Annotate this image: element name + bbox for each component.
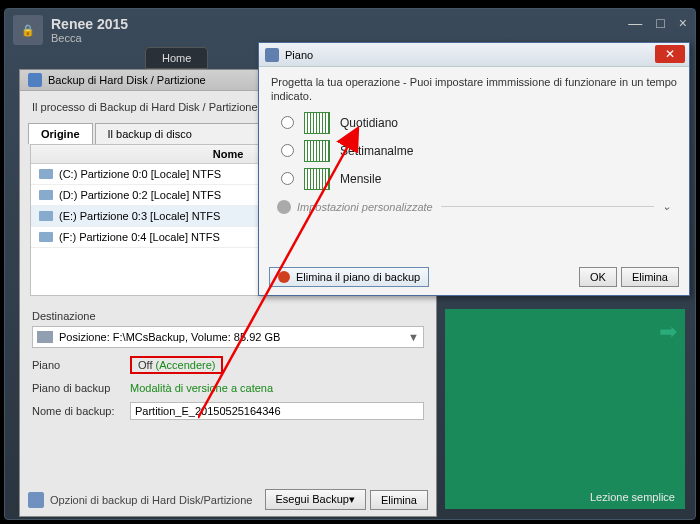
modalita-link[interactable]: Modalità di versione a catena	[130, 382, 273, 394]
piano-dialog: Piano ✕ Progetta la tua operazione - Puo…	[258, 42, 690, 296]
piano-label: Piano	[32, 359, 122, 371]
nome-row: Nome di backup:	[32, 402, 424, 420]
option-label-daily: Quotidiano	[340, 116, 398, 130]
tab-origine[interactable]: Origine	[28, 123, 93, 144]
piano-backup-row: Piano di backup Modalità di versione a c…	[32, 382, 424, 394]
app-title-block: Renee 2015 Becca	[51, 16, 128, 44]
option-label-monthly: Mensile	[340, 172, 381, 186]
destination-value: Posizione: F:\MCsBackup, Volume: 85.92 G…	[59, 331, 280, 343]
elimina-button[interactable]: Elimina	[370, 490, 428, 510]
arrow-right-icon: ➡	[659, 319, 677, 345]
lesson-link[interactable]: Lezione semplice	[590, 491, 675, 503]
dialog-title-text: Piano	[285, 49, 313, 61]
piano-backup-label: Piano di backup	[32, 382, 122, 394]
delete-plan-button[interactable]: Elimina il piano di backup	[269, 267, 429, 287]
maximize-button[interactable]: □	[656, 15, 664, 31]
close-button[interactable]: ×	[679, 15, 687, 31]
piano-off-text: Off	[138, 359, 152, 371]
delete-icon	[278, 271, 290, 283]
bottom-bar: Opzioni di backup di Hard Disk/Partizion…	[28, 489, 428, 510]
drive-icon	[39, 232, 53, 242]
nome-label: Nome di backup:	[32, 405, 122, 417]
drive-icon	[39, 211, 53, 221]
backup-options-link[interactable]: Opzioni di backup di Hard Disk/Partizion…	[28, 492, 261, 508]
ok-button[interactable]: OK	[579, 267, 617, 287]
dialog-titlebar: Piano ✕	[259, 43, 689, 67]
app-logo-icon: 🔒	[13, 15, 43, 45]
chevron-down-icon[interactable]: ⌄	[662, 200, 671, 213]
drive-icon	[39, 190, 53, 200]
divider	[441, 206, 654, 207]
wrench-icon	[277, 200, 291, 214]
radio-monthly[interactable]	[281, 172, 294, 185]
custom-settings-label: Impostazioni personalizzate	[297, 201, 433, 213]
schedule-option-monthly[interactable]: Mensile	[281, 168, 677, 190]
dialog-button-row: Elimina il piano di backup OK Elimina	[269, 267, 679, 287]
calendar-weekly-icon	[304, 140, 330, 162]
option-label-weekly: Settimanalme	[340, 144, 413, 158]
radio-daily[interactable]	[281, 116, 294, 129]
dialog-close-button[interactable]: ✕	[655, 45, 685, 63]
piano-row: Piano Off (Accendere)	[32, 356, 424, 374]
calendar-monthly-icon	[304, 168, 330, 190]
scheme-panel: ➡ Lezione semplice	[445, 309, 685, 509]
backup-name-input[interactable]	[130, 402, 424, 420]
app-subtitle: Becca	[51, 32, 128, 44]
schedule-option-daily[interactable]: Quotidiano	[281, 112, 677, 134]
elimina-dialog-button[interactable]: Elimina	[621, 267, 679, 287]
panel-title-text: Backup di Hard Disk / Partizione	[48, 74, 206, 86]
custom-settings-row[interactable]: Impostazioni personalizzate ⌄	[277, 200, 671, 214]
dialog-body: Progetta la tua operazione - Puoi impost…	[259, 67, 689, 222]
radio-weekly[interactable]	[281, 144, 294, 157]
list-item-label: (F:) Partizione 0:4 [Locale] NTFS	[59, 231, 220, 243]
window-controls: — □ ×	[628, 15, 687, 31]
options-text: Opzioni di backup di Hard Disk/Partizion…	[50, 494, 252, 506]
piano-toggle[interactable]: Off (Accendere)	[130, 356, 223, 374]
schedule-option-weekly[interactable]: Settimanalme	[281, 140, 677, 162]
chevron-down-icon: ▼	[408, 331, 419, 343]
piano-accendere-link: (Accendere)	[156, 359, 216, 371]
tab-home[interactable]: Home	[145, 47, 208, 69]
delete-plan-label: Elimina il piano di backup	[296, 271, 420, 283]
destination-selector[interactable]: Posizione: F:\MCsBackup, Volume: 85.92 G…	[32, 326, 424, 348]
piano-icon	[265, 48, 279, 62]
calendar-daily-icon	[304, 112, 330, 134]
app-title: Renee 2015	[51, 16, 128, 32]
drive-icon	[37, 331, 53, 343]
minimize-button[interactable]: —	[628, 15, 642, 31]
destination-label: Destinazione	[32, 310, 424, 322]
drive-icon	[39, 169, 53, 179]
disk-icon	[28, 73, 42, 87]
dialog-description: Progetta la tua operazione - Puoi impost…	[271, 75, 677, 104]
list-item-label: (C:) Partizione 0:0 [Locale] NTFS	[59, 168, 221, 180]
options-icon	[28, 492, 44, 508]
run-backup-button[interactable]: Esegui Backup▾	[265, 489, 366, 510]
list-item-label: (E:) Partizione 0:3 [Locale] NTFS	[59, 210, 220, 222]
list-item-label: (D:) Partizione 0:2 [Locale] NTFS	[59, 189, 221, 201]
